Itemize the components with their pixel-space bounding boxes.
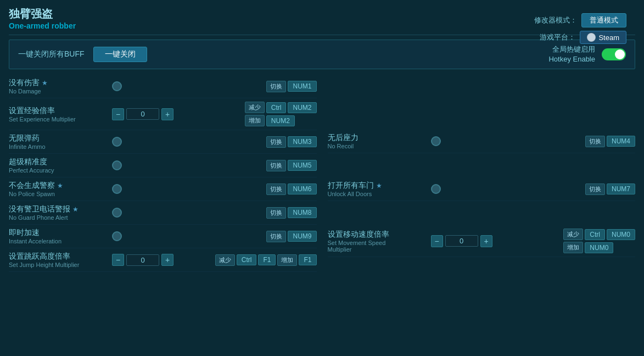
doors-action-key[interactable]: 切换 <box>585 183 605 195</box>
recoil-toggle[interactable] <box>431 136 441 146</box>
jump-name-en: Set Jump Height Multiplier <box>9 262 108 268</box>
feature-perfect-accuracy: 超级精准度 Perfect Accuracy 切换 NUM5 <box>9 154 317 177</box>
jump-dec-action[interactable]: 减少 <box>215 254 235 266</box>
speed-value-input[interactable] <box>445 235 478 247</box>
accel-name-cn: 即时加速 <box>9 228 40 238</box>
accel-action-key[interactable]: 切换 <box>266 231 286 242</box>
ammo-name-cn: 无限弹药 <box>9 134 40 143</box>
exp-value-input[interactable] <box>126 108 159 120</box>
exp-dec-num2-key: NUM2 <box>288 102 316 113</box>
recoil-num4-key: NUM4 <box>607 136 635 147</box>
jump-plus-btn[interactable]: + <box>161 254 173 266</box>
hotkey-toggle[interactable] <box>602 48 626 60</box>
jump-f1-inc-key: F1 <box>299 254 316 265</box>
accel-num9-key: NUM9 <box>288 231 316 242</box>
police-star: ★ <box>57 182 63 190</box>
ammo-action-key[interactable]: 切换 <box>266 136 286 148</box>
feature-unlock-doors: 打开所有车门 ★ Unlock All Doors 切换 NUM7 <box>328 177 636 201</box>
jump-name-cn: 设置跳跃高度倍率 <box>9 252 70 262</box>
exp-name-cn: 设置经验倍率 <box>9 106 55 116</box>
police-num6-key: NUM6 <box>288 183 316 194</box>
exp-minus-btn[interactable]: − <box>112 108 124 120</box>
ammo-num3-key: NUM3 <box>288 136 316 147</box>
platform-label: 游戏平台： <box>540 32 575 42</box>
feature-no-recoil: 无后座力 No Recoil 切换 NUM4 <box>328 130 636 153</box>
guard-name-cn: 没有警卫电话警报 <box>9 204 70 214</box>
guard-star: ★ <box>72 205 79 213</box>
exp-plus-btn[interactable]: + <box>161 108 173 120</box>
accel-name-en: Instant Acceleration <box>9 238 108 244</box>
police-name-en: No Police Spawn <box>9 191 108 197</box>
feature-move-speed: 设置移动速度倍率 Set Movement SpeedMultiplier − … <box>328 225 636 257</box>
speed-name-en: Set Movement SpeedMultiplier <box>328 240 427 253</box>
accuracy-name-en: Perfect Accuracy <box>9 167 108 174</box>
no-damage-num1-key: NUM1 <box>288 81 316 92</box>
speed-ctrl-key: Ctrl <box>585 229 605 240</box>
ammo-toggle[interactable] <box>112 137 122 147</box>
exp-ctrl-key: Ctrl <box>266 102 287 113</box>
recoil-action-key[interactable]: 切换 <box>585 136 605 147</box>
no-damage-name-en: No Damage <box>9 88 108 94</box>
no-damage-toggle[interactable] <box>112 81 122 91</box>
feature-no-damage: 没有伤害 ★ No Damage 切换 NUM1 <box>9 75 317 98</box>
accuracy-name-cn: 超级精准度 <box>9 157 47 167</box>
police-name-cn: 不会生成警察 <box>9 181 55 191</box>
speed-plus-btn[interactable]: + <box>480 235 492 247</box>
feature-infinite-ammo: 无限弹药 Infinite Ammo 切换 NUM3 <box>9 130 317 154</box>
mode-button[interactable]: 普通模式 <box>581 13 626 27</box>
doors-name-cn: 打开所有车门 <box>328 181 374 191</box>
jump-minus-btn[interactable]: − <box>112 254 124 266</box>
feature-instant-accel: 即时加速 Instant Acceleration 切换 NUM9 <box>9 225 317 248</box>
speed-inc-action[interactable]: 增加 <box>563 242 583 253</box>
accuracy-toggle[interactable] <box>112 160 122 170</box>
one-key-close-button[interactable]: 一键关闭 <box>93 47 147 62</box>
hotkey-label-line1: 全局热键启用 <box>548 44 595 54</box>
doors-name-en: Unlock All Doors <box>328 191 427 197</box>
guard-name-en: No Guard Phone Alert <box>9 214 108 221</box>
hotkey-label-line2: Hotkey Enable <box>548 54 595 64</box>
jump-inc-action[interactable]: 增加 <box>277 254 297 266</box>
jump-value-input[interactable] <box>126 254 159 266</box>
guard-num8-key: NUM8 <box>288 207 316 218</box>
accuracy-action-key[interactable]: 切换 <box>266 160 286 171</box>
police-toggle[interactable] <box>112 184 122 194</box>
no-damage-star: ★ <box>42 79 48 87</box>
feature-no-police: 不会生成警察 ★ No Police Spawn 切换 NUM6 <box>9 177 317 201</box>
doors-num7-key: NUM7 <box>607 183 635 194</box>
accuracy-num5-key: NUM5 <box>288 160 316 171</box>
feature-no-guard-alert: 没有警卫电话警报 ★ No Guard Phone Alert 切换 NUM8 <box>9 201 317 225</box>
accel-toggle[interactable] <box>112 231 122 241</box>
doors-toggle[interactable] <box>431 184 441 194</box>
recoil-name-en: No Recoil <box>328 143 427 149</box>
no-damage-action-key[interactable]: 切换 <box>266 81 286 92</box>
feature-exp-multiplier: 设置经验倍率 Set Experience Multiplier − + 减少 … <box>9 98 317 130</box>
steam-icon <box>587 33 596 42</box>
platform-button[interactable]: Steam <box>580 31 626 44</box>
no-damage-name-cn: 没有伤害 <box>9 78 40 88</box>
guard-toggle[interactable] <box>112 208 122 218</box>
guard-action-key[interactable]: 切换 <box>266 207 286 219</box>
mode-label: 修改器模式： <box>534 15 577 25</box>
exp-inc-num2-key: NUM2 <box>266 115 295 126</box>
speed-dec-action[interactable]: 减少 <box>563 229 583 240</box>
doors-star: ★ <box>376 182 382 190</box>
speed-minus-btn[interactable]: − <box>431 235 443 247</box>
police-action-key[interactable]: 切换 <box>266 183 286 195</box>
exp-inc-action[interactable]: 增加 <box>245 115 265 126</box>
jump-f1-dec-key: F1 <box>258 254 276 265</box>
one-key-label: 一键关闭所有BUFF <box>18 49 85 59</box>
recoil-name-cn: 无后座力 <box>328 133 359 143</box>
exp-dec-action[interactable]: 减少 <box>245 102 265 113</box>
feature-jump-multiplier: 设置跳跃高度倍率 Set Jump Height Multiplier − + … <box>9 248 317 272</box>
ammo-name-en: Infinite Ammo <box>9 143 108 150</box>
speed-name-cn: 设置移动速度倍率 <box>328 230 389 240</box>
jump-ctrl-key: Ctrl <box>237 254 257 265</box>
speed-num0-dec-key: NUM0 <box>607 229 635 240</box>
speed-num0-inc-key: NUM0 <box>585 242 613 253</box>
exp-name-en: Set Experience Multiplier <box>9 116 108 123</box>
